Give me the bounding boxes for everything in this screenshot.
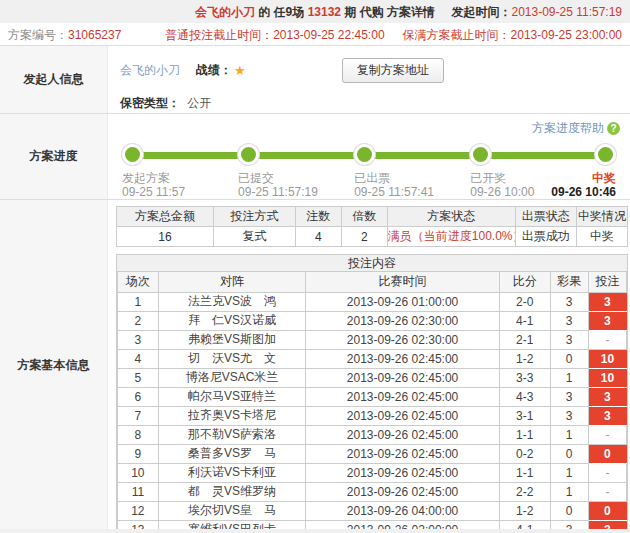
match-result-cell: 3	[550, 520, 588, 533]
initiator-content: 会飞的小刀 战绩： ★ 复制方案地址 保密类型： 公开	[108, 46, 630, 113]
start-time-value: 2013-09-25 11:57:19	[511, 5, 622, 19]
progress-section: 方案进度 方案进度帮助? 发起方案09-25 11:57已提交09-25 11:…	[0, 114, 630, 200]
bet-header-cell: 投注	[588, 272, 626, 292]
initiator-username-link[interactable]: 会飞的小刀	[120, 62, 180, 79]
bet-option-cell: 3	[588, 520, 626, 533]
match-result-cell: 3	[550, 387, 588, 406]
copy-scheme-url-button[interactable]: 复制方案地址	[342, 58, 444, 83]
match-result-cell: 0	[550, 501, 588, 520]
top-title-bar: 会飞的小刀 的 任9场 13132 期 代购 方案详情 发起时间：2013-09…	[0, 0, 630, 25]
match-score-cell: 1-2	[499, 501, 550, 520]
initiator-section-label: 发起人信息	[0, 46, 108, 113]
timeline-step-texts: 已出票09-25 11:57:41	[354, 171, 474, 199]
match-time-cell: 2013-09-26 02:30:00	[306, 330, 499, 349]
match-time-cell: 2013-09-26 02:45:00	[306, 368, 499, 387]
bet-table-row: 6帕尔马VS亚特兰2013-09-26 02:45:004-333	[118, 387, 627, 406]
summary-value-cell: 16	[117, 227, 214, 247]
timeline-dot	[595, 144, 616, 165]
match-number-cell: 5	[118, 368, 159, 387]
scheme-detail-page: 会飞的小刀 的 任9场 13132 期 代购 方案详情 发起时间：2013-09…	[0, 0, 630, 533]
match-teams-cell: 拜 仁VS汉诺威	[158, 311, 306, 330]
match-time-cell: 2013-09-26 02:45:00	[306, 482, 499, 501]
match-time-cell: 2013-09-26 02:45:00	[306, 349, 499, 368]
match-teams-cell: 利沃诺VS卡利亚	[158, 463, 306, 482]
scheme-number-label: 方案编号：	[8, 28, 68, 42]
bet-header-row: 场次对阵比赛时间比分彩果投注	[118, 272, 627, 292]
summary-value-cell: 中奖	[576, 227, 627, 247]
match-teams-cell: 埃尔切VS皇 马	[158, 501, 306, 520]
timeline-step: 中奖09-26 10:46	[496, 144, 616, 199]
star-icon: ★	[234, 63, 246, 78]
match-time-cell: 2013-09-26 02:30:00	[306, 311, 499, 330]
match-result-cell: 1	[550, 425, 588, 444]
summary-value-cell: 2	[341, 227, 387, 247]
bet-option-cell: 10	[588, 368, 626, 387]
timeline-step-time: 09-25 11:57	[122, 185, 242, 199]
start-time: 发起时间：2013-09-25 11:57:19	[451, 0, 622, 25]
match-score-cell: 1-2	[499, 349, 550, 368]
match-number-cell: 13	[118, 520, 159, 533]
summary-value-cell: 出票成功	[515, 227, 576, 247]
bet-table-row: 1法兰克VS波 鸿2013-09-26 01:00:002-033	[118, 292, 627, 311]
timeline-step-label: 中奖	[496, 171, 616, 185]
timeline-dot	[122, 144, 143, 165]
match-time-cell: 2013-09-26 02:45:00	[306, 463, 499, 482]
bet-option-cell: 3	[588, 387, 626, 406]
bet-content-title: 投注内容	[117, 255, 627, 272]
match-time-cell: 2013-09-26 04:00:00	[306, 501, 499, 520]
bet-table-row: 13塞维利VS巴列卡2013-09-26 02:00:004-133	[118, 520, 627, 533]
bet-table-row: 5博洛尼VSAC米兰2013-09-26 02:45:003-3110	[118, 368, 627, 387]
match-teams-cell: 切 沃VS尤 文	[158, 349, 306, 368]
match-score-cell: 4-1	[499, 311, 550, 330]
privacy-row: 保密类型： 公开	[108, 83, 630, 112]
bet-table-row: 12埃尔切VS皇 马2013-09-26 04:00:001-200	[118, 501, 627, 520]
bet-header-cell: 场次	[118, 272, 159, 292]
match-teams-cell: 塞维利VS巴列卡	[158, 520, 306, 533]
timeline-step-label: 已提交	[238, 171, 358, 185]
record-label: 战绩：	[196, 62, 232, 79]
title-initiator-link[interactable]: 会飞的小刀	[195, 5, 255, 19]
match-score-cell: 1-1	[499, 425, 550, 444]
match-time-cell: 2013-09-26 02:45:00	[306, 444, 499, 463]
summary-header-cell: 方案总金额	[117, 207, 214, 227]
match-number-cell: 11	[118, 482, 159, 501]
bet-table-row: 11都 灵VS维罗纳2013-09-26 02:45:002-21-	[118, 482, 627, 501]
timeline-step-time: 09-25 11:57:41	[354, 185, 474, 199]
scheme-number: 方案编号：31065237	[8, 25, 121, 45]
match-score-cell: 2-0	[499, 292, 550, 311]
bet-table-row: 3弗赖堡VS斯图加2013-09-26 02:30:002-13-	[118, 330, 627, 349]
match-number-cell: 7	[118, 406, 159, 425]
title-issue-number: 13132	[308, 5, 341, 19]
basic-info-section: 方案基本信息 方案总金额投注方式注数倍数方案状态出票状态中奖情况 16复式42满…	[0, 200, 630, 531]
match-result-cell: 3	[550, 311, 588, 330]
bet-table-row: 10利沃诺VS卡利亚2013-09-26 02:45:001-11-	[118, 463, 627, 482]
match-result-cell: 1	[550, 368, 588, 387]
summary-value-cell: 满员（当前进度100.0%）	[387, 227, 515, 247]
bet-option-cell: -	[588, 482, 626, 501]
initiator-section: 发起人信息 会飞的小刀 战绩： ★ 复制方案地址 保密类型： 公开	[0, 46, 630, 114]
timeline-step-time: 09-26 10:46	[496, 185, 616, 199]
match-number-cell: 6	[118, 387, 159, 406]
bet-table-body: 1法兰克VS波 鸿2013-09-26 01:00:002-0332拜 仁VS汉…	[118, 292, 627, 533]
match-score-cell: 3-1	[499, 406, 550, 425]
match-score-cell: 2-1	[499, 330, 550, 349]
summary-header-row: 方案总金额投注方式注数倍数方案状态出票状态中奖情况	[117, 207, 628, 227]
bet-table: 场次对阵比赛时间比分彩果投注 1法兰克VS波 鸿2013-09-26 01:00…	[117, 272, 627, 533]
match-result-cell: 1	[550, 463, 588, 482]
timeline-step: 发起方案09-25 11:57	[122, 144, 242, 199]
summary-header-cell: 注数	[295, 207, 341, 227]
basic-info-section-label: 方案基本信息	[0, 200, 108, 530]
basic-info-content: 方案总金额投注方式注数倍数方案状态出票状态中奖情况 16复式42满员（当前进度1…	[108, 200, 630, 530]
match-result-cell: 3	[550, 292, 588, 311]
match-result-cell: 0	[550, 444, 588, 463]
bet-table-row: 7拉齐奥VS卡塔尼2013-09-26 02:45:003-133	[118, 406, 627, 425]
match-teams-cell: 弗赖堡VS斯图加	[158, 330, 306, 349]
match-teams-cell: 博洛尼VSAC米兰	[158, 368, 306, 387]
summary-header-cell: 中奖情况	[576, 207, 627, 227]
bet-header-cell: 比分	[499, 272, 550, 292]
progress-help-link[interactable]: 方案进度帮助?	[532, 120, 620, 137]
summary-header-cell: 出票状态	[515, 207, 576, 227]
bet-header-cell: 彩果	[550, 272, 588, 292]
summary-table: 方案总金额投注方式注数倍数方案状态出票状态中奖情况 16复式42满员（当前进度1…	[116, 206, 628, 247]
match-number-cell: 2	[118, 311, 159, 330]
